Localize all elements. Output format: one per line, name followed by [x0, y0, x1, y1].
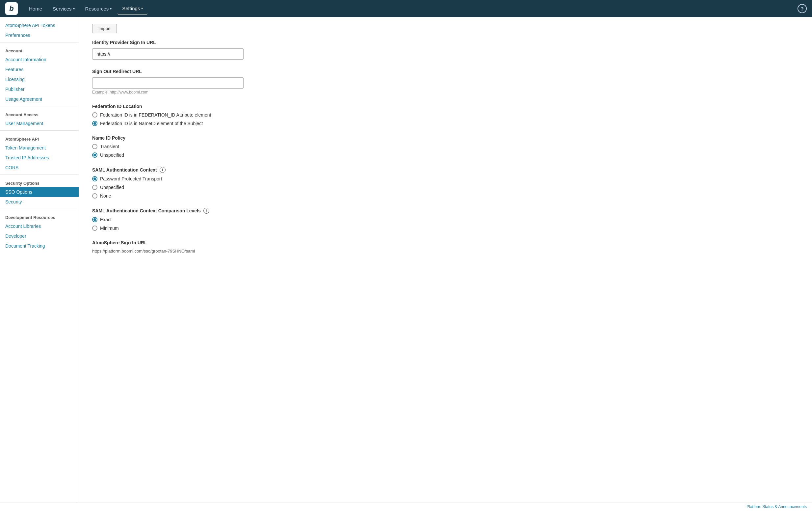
sidebar-item-api-tokens[interactable]: AtomSphere API Tokens: [0, 21, 79, 30]
saml-comparison-option-minimum-label: Minimum: [100, 226, 119, 231]
nav-item-resources[interactable]: Resources ▾: [81, 3, 117, 14]
saml-auth-option-none[interactable]: None: [92, 193, 799, 199]
logo-text: b: [9, 4, 13, 13]
sidebar: AtomSphere API Tokens Preferences Accoun…: [0, 17, 79, 502]
nav-item-settings[interactable]: Settings ▾: [117, 3, 147, 15]
saml-comparison-option-minimum[interactable]: Minimum: [92, 226, 799, 231]
saml-comparison-option-exact[interactable]: Exact: [92, 217, 799, 222]
status-bar: Platform Status & Announcements: [0, 502, 812, 511]
saml-comparison-label: SAML Authentication Context Comparison L…: [92, 208, 799, 214]
sidebar-item-cors[interactable]: CORS: [0, 163, 79, 173]
federation-option-attribute-label: Federation ID is in FEDERATION_ID Attrib…: [100, 112, 211, 117]
sidebar-section-account-access: Account Access: [0, 108, 79, 118]
sidebar-item-preferences[interactable]: Preferences: [0, 30, 79, 40]
saml-auth-radio-unspecified: [92, 185, 97, 190]
saml-comparison-info-icon[interactable]: i: [203, 208, 209, 214]
sidebar-item-account-information[interactable]: Account Information: [0, 55, 79, 64]
atomsphere-url-section: AtomSphere Sign In URL https://platform.…: [92, 240, 799, 254]
top-navigation: b Home Services ▾ Resources ▾ Settings ▾…: [0, 0, 812, 17]
atomsphere-url-value: https://platform.boomi.com/sso/grootan-7…: [92, 249, 799, 254]
nav-items: Home Services ▾ Resources ▾ Settings ▾: [24, 3, 798, 15]
sidebar-item-usage-agreement[interactable]: Usage Agreement: [0, 94, 79, 104]
logo[interactable]: b: [5, 2, 18, 15]
federation-option-nameid[interactable]: Federation ID is in NameID element of th…: [92, 121, 799, 126]
saml-comparison-option-exact-label: Exact: [100, 217, 112, 222]
sidebar-item-account-libraries[interactable]: Account Libraries: [0, 221, 79, 231]
main-layout: AtomSphere API Tokens Preferences Accoun…: [0, 17, 812, 502]
main-content: Import Identity Provider Sign In URL Sig…: [79, 17, 812, 502]
federation-radio-group: Federation ID is in FEDERATION_ID Attrib…: [92, 112, 799, 126]
settings-dropdown-icon: ▾: [141, 7, 143, 10]
saml-auth-label: SAML Authentication Context i: [92, 167, 799, 173]
saml-auth-option-ppt-label: Password Protected Transport: [100, 176, 162, 181]
red-arrow-indicator: →: [79, 151, 80, 159]
name-id-radio-transient: [92, 144, 97, 149]
import-button-container: Import: [92, 24, 799, 40]
sidebar-item-features[interactable]: Features: [0, 64, 79, 75]
name-id-option-unspecified-label: Unspecified: [100, 152, 124, 158]
name-id-option-unspecified[interactable]: → Unspecified: [92, 152, 799, 158]
name-id-option-transient-label: Transient: [100, 144, 119, 149]
federation-label: Federation ID Location: [92, 104, 799, 109]
saml-auth-radio-group: Password Protected Transport Unspecified…: [92, 176, 799, 199]
saml-auth-info-icon[interactable]: i: [160, 167, 166, 173]
sidebar-item-developer[interactable]: Developer: [0, 231, 79, 241]
nav-item-services[interactable]: Services ▾: [48, 3, 79, 14]
name-id-section: Name ID Policy Transient → Unspecified: [92, 135, 799, 158]
saml-auth-radio-none: [92, 193, 97, 199]
sidebar-item-security[interactable]: Security: [0, 197, 79, 207]
saml-comparison-section: SAML Authentication Context Comparison L…: [92, 208, 799, 231]
saml-auth-radio-ppt: [92, 176, 97, 181]
name-id-radio-group: Transient → Unspecified: [92, 144, 799, 158]
nav-item-home[interactable]: Home: [24, 3, 47, 14]
federation-option-attribute[interactable]: Federation ID is in FEDERATION_ID Attrib…: [92, 112, 799, 117]
name-id-option-transient[interactable]: Transient: [92, 144, 799, 149]
saml-comparison-radio-group: Exact Minimum: [92, 217, 799, 231]
identity-provider-input[interactable]: [92, 48, 243, 60]
sidebar-section-account: Account: [0, 45, 79, 55]
sidebar-section-atomsphere-api: AtomSphere API: [0, 133, 79, 143]
sidebar-item-document-tracking[interactable]: Document Tracking: [0, 241, 79, 251]
resources-dropdown-icon: ▾: [110, 7, 112, 10]
sign-out-section: Sign Out Redirect URL Example: http://ww…: [92, 69, 799, 94]
saml-auth-option-unspecified[interactable]: Unspecified: [92, 185, 799, 190]
saml-auth-section: SAML Authentication Context i Password P…: [92, 167, 799, 199]
federation-radio-nameid: [92, 121, 97, 126]
sign-out-hint: Example: http://www.boomi.com: [92, 90, 799, 94]
sidebar-section-security-options: Security Options: [0, 177, 79, 187]
sign-out-label: Sign Out Redirect URL: [92, 69, 799, 74]
sidebar-item-token-management[interactable]: Token Management: [0, 143, 79, 153]
import-button[interactable]: Import: [92, 24, 117, 33]
atomsphere-url-label: AtomSphere Sign In URL: [92, 240, 799, 245]
identity-provider-label: Identity Provider Sign In URL: [92, 40, 799, 45]
saml-auth-option-ppt[interactable]: Password Protected Transport: [92, 176, 799, 181]
federation-section: Federation ID Location Federation ID is …: [92, 104, 799, 126]
saml-auth-option-unspecified-label: Unspecified: [100, 185, 124, 190]
sidebar-item-sso-options[interactable]: SSO Options: [0, 187, 79, 197]
sidebar-item-trusted-ip[interactable]: Trusted IP Addresses: [0, 153, 79, 163]
saml-comparison-radio-minimum: [92, 226, 97, 231]
saml-comparison-radio-exact: [92, 217, 97, 222]
identity-provider-section: Identity Provider Sign In URL: [92, 40, 799, 60]
nav-right: ?: [798, 4, 807, 13]
name-id-label: Name ID Policy: [92, 135, 799, 141]
federation-radio-attribute: [92, 112, 97, 117]
sidebar-section-dev-resources: Development Resources: [0, 211, 79, 221]
sidebar-item-licensing[interactable]: Licensing: [0, 75, 79, 84]
services-dropdown-icon: ▾: [73, 7, 75, 10]
name-id-radio-unspecified: [92, 152, 97, 158]
status-bar-label[interactable]: Platform Status & Announcements: [747, 504, 807, 509]
federation-option-nameid-label: Federation ID is in NameID element of th…: [100, 121, 203, 126]
help-button[interactable]: ?: [798, 4, 807, 13]
saml-auth-option-none-label: None: [100, 193, 111, 199]
sidebar-item-publisher[interactable]: Publisher: [0, 84, 79, 94]
sidebar-item-user-management[interactable]: User Management: [0, 118, 79, 129]
sign-out-input[interactable]: [92, 77, 243, 89]
